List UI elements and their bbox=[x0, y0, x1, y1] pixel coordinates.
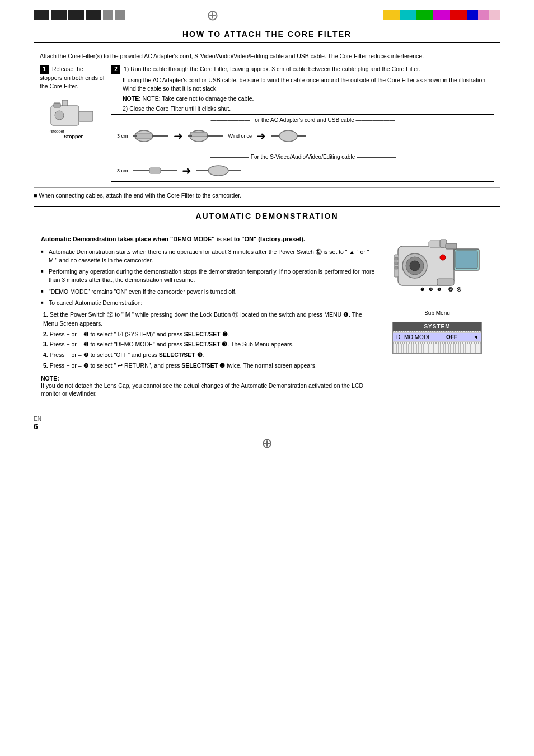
svg-rect-41 bbox=[395, 266, 398, 269]
demo-mode-val: OFF bbox=[446, 334, 457, 340]
svg-rect-12 bbox=[190, 132, 207, 137]
bullet-1: Automatic Demonstration starts when ther… bbox=[41, 248, 376, 264]
svg-point-21 bbox=[208, 166, 228, 176]
bar-block-dark1 bbox=[34, 10, 49, 20]
step1-num: 1 bbox=[40, 65, 49, 74]
svg-point-25 bbox=[410, 261, 420, 271]
auto-demo-box: Automatic Demonstration takes place when… bbox=[34, 228, 500, 405]
bottom-divider bbox=[34, 411, 500, 411]
bullet-4: To cancel Automatic Demonstration: bbox=[41, 299, 376, 307]
step-1: 1. Set the Power Switch ⑫ to " M " while… bbox=[43, 311, 376, 328]
svg-point-15 bbox=[279, 130, 297, 142]
auto-demo-right: ❸ ❹ ❺ ⑫ ⑭ Sub Menu SYSTEM DEMO MODE OFF … bbox=[381, 235, 493, 398]
auto-demo-top-line bbox=[34, 206, 500, 207]
bar-block-dark3 bbox=[68, 10, 84, 20]
bar-ltpink bbox=[489, 10, 500, 20]
note-text: If you do not detach the Lens Cap, you c… bbox=[41, 382, 376, 398]
ac-arrow1: ➜ bbox=[174, 129, 183, 143]
ac-arrow2: ➜ bbox=[256, 129, 266, 143]
bar-green bbox=[416, 10, 433, 20]
step1-illustration: ↑stopper bbox=[48, 95, 99, 134]
top-divider bbox=[34, 25, 500, 25]
sv-diagram-section: ——————— For the S-Video/Audio/Video/Edit… bbox=[111, 152, 494, 182]
top-color-bar: ⊕ bbox=[0, 10, 534, 20]
step-4: 4. Press + or – ❸ to select "OFF" and pr… bbox=[43, 351, 376, 360]
system-menu: SYSTEM DEMO MODE OFF ◄ bbox=[392, 322, 482, 354]
svg-rect-31 bbox=[446, 243, 457, 249]
auto-demo-left: Automatic Demonstration takes place when… bbox=[41, 235, 376, 398]
core-filter-title: HOW TO ATTACH THE CORE FILTER bbox=[0, 30, 534, 39]
svg-text:⑫: ⑫ bbox=[448, 287, 453, 292]
demo-mode-label: DEMO MODE bbox=[396, 334, 432, 340]
stopper-label: Stopper bbox=[64, 134, 83, 139]
step-2: 2. Press + or – ❸ to select " ☑ (SYSTEM)… bbox=[43, 330, 376, 339]
system-menu-title: SYSTEM bbox=[393, 322, 481, 331]
sv-3cm: 3 cm bbox=[117, 168, 128, 173]
demo-heading: Automatic Demonstration takes place when… bbox=[41, 235, 376, 243]
ac-filter-svg2 bbox=[188, 125, 224, 147]
bar-red bbox=[450, 10, 467, 20]
svg-rect-3 bbox=[54, 103, 60, 107]
svg-rect-27 bbox=[456, 251, 477, 269]
bullet-2: Performing any operation during the demo… bbox=[41, 267, 376, 284]
svg-text:⑭: ⑭ bbox=[457, 287, 462, 292]
svg-text:❸: ❸ bbox=[420, 287, 424, 292]
sv-arrow: ➜ bbox=[182, 164, 191, 177]
bar-block-light1 bbox=[103, 10, 113, 20]
svg-rect-5 bbox=[62, 100, 68, 106]
bar-cyan bbox=[400, 10, 416, 20]
lang-label: EN bbox=[34, 416, 41, 422]
auto-demo-title-line bbox=[34, 224, 500, 224]
step2-substep1b: If using the AC Adapter's cord or USB ca… bbox=[123, 76, 494, 92]
bar-pink bbox=[478, 10, 489, 20]
ac-diagram-section: ——————— For the AC Adapter's cord and US… bbox=[111, 114, 494, 149]
bar-block-dark2 bbox=[51, 10, 67, 20]
step2-main: 2 1) Run the cable through the Core Filt… bbox=[111, 65, 494, 74]
step1-text: 1 Release the stoppers on both ends of t… bbox=[40, 65, 107, 91]
svg-rect-8 bbox=[135, 134, 152, 138]
svg-rect-39 bbox=[395, 257, 398, 260]
auto-demo-title: AUTOMATIC DEMONSTRATION bbox=[0, 212, 534, 220]
svg-rect-30 bbox=[437, 279, 454, 285]
core-filter-title-underline bbox=[34, 42, 500, 43]
ac-filter-svg1 bbox=[133, 125, 169, 147]
step2-note: NOTE: NOTE: Take care not to damage the … bbox=[123, 95, 494, 103]
wind-once-label: Wind once bbox=[228, 133, 252, 139]
ac-filter-svg3 bbox=[270, 125, 307, 147]
page-footer: EN6 bbox=[34, 416, 500, 431]
numbered-steps: 1. Set the Power Switch ⑫ to " M " while… bbox=[43, 311, 376, 370]
step2-substep2: 2) Close the Core Filter until it clicks… bbox=[123, 105, 494, 112]
bar-block-light2 bbox=[115, 10, 125, 20]
ac-cable-row: 3 cm ➜ Wind once bbox=[111, 125, 494, 147]
step2-container: 2 1) Run the cable through the Core Filt… bbox=[111, 65, 494, 182]
sv-cable-svg2 bbox=[196, 162, 241, 179]
svg-text:❹: ❹ bbox=[429, 287, 433, 292]
step-5: 5. Press + or – ❸ to select " ↩ RETURN",… bbox=[43, 361, 376, 370]
bar-blue bbox=[467, 10, 478, 20]
core-filter-intro: Attach the Core Filter(s) to the provide… bbox=[40, 52, 494, 60]
step2-num: 2 bbox=[111, 65, 120, 74]
svg-text:❺: ❺ bbox=[437, 287, 441, 292]
step1-container: 1 Release the stoppers on both ends of t… bbox=[40, 65, 107, 182]
sub-menu-label: Sub Menu bbox=[424, 310, 450, 316]
bar-yellow bbox=[383, 10, 400, 20]
svg-text:↑stopper: ↑stopper bbox=[49, 129, 65, 134]
bullet-3: "DEMO MODE" remains "ON" even if the cam… bbox=[41, 288, 376, 296]
crosshair-bottom: ⊕ bbox=[0, 435, 534, 451]
note-title: NOTE: bbox=[41, 375, 59, 382]
svg-rect-1 bbox=[79, 111, 93, 121]
svg-point-2 bbox=[55, 111, 64, 120]
bar-magenta bbox=[433, 10, 450, 20]
svg-point-32 bbox=[440, 255, 446, 260]
ac-label: ——————— For the AC Adapter's cord and US… bbox=[111, 117, 494, 123]
sv-label: ——————— For the S-Video/Audio/Video/Edit… bbox=[111, 154, 494, 160]
page-number: 6 bbox=[34, 422, 38, 431]
camcorder-illustration: ❸ ❹ ❺ ⑫ ⑭ bbox=[390, 235, 485, 308]
demo-mode-row: DEMO MODE OFF ◄ bbox=[393, 333, 481, 342]
core-filter-box: Attach the Core Filter(s) to the provide… bbox=[34, 46, 500, 188]
svg-rect-19 bbox=[149, 168, 161, 173]
core-filter-steps: 1 Release the stoppers on both ends of t… bbox=[40, 65, 494, 182]
bar-block-dark4 bbox=[86, 10, 101, 20]
ac-3cm: 3 cm bbox=[117, 133, 128, 139]
sv-cable-row: 3 cm ➜ bbox=[111, 162, 494, 179]
